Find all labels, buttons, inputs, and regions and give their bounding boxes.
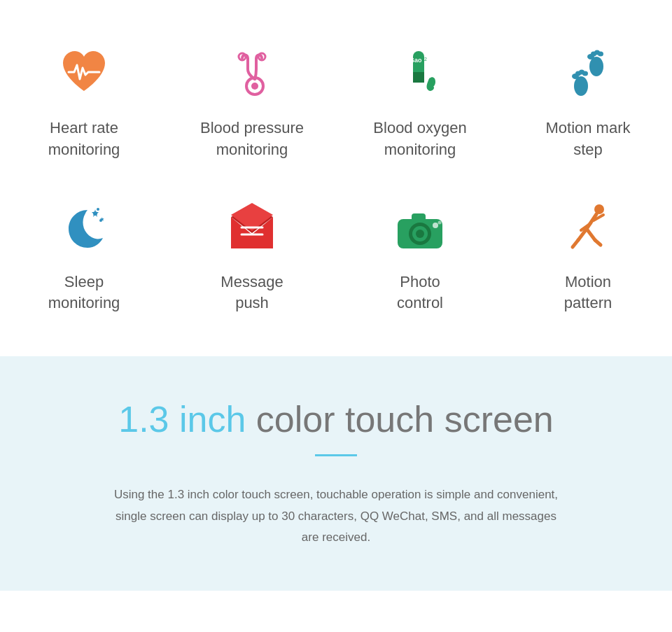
feature-photo: Photocontrol: [336, 182, 504, 336]
heart-rate-label: Heart ratemonitoring: [48, 118, 120, 161]
motion-pattern-icon: [556, 196, 620, 259]
message-label: Messagepush: [220, 272, 283, 315]
blood-oxygen-icon: Sao 2: [388, 42, 451, 105]
svg-rect-6: [413, 79, 424, 83]
motion-pattern-label: Motionpattern: [564, 272, 612, 315]
blood-pressure-icon: [220, 42, 284, 105]
blood-oxygen-label: Blood oxygenmonitoring: [373, 118, 466, 161]
svg-point-9: [574, 76, 588, 96]
screen-description: Using the 1.3 inch color touch screen, t…: [84, 484, 588, 549]
svg-line-42: [587, 229, 595, 240]
sleep-icon: [52, 196, 115, 259]
screen-title-highlight: 1.3 inch: [118, 399, 246, 440]
screen-title-rest: color touch screen: [246, 399, 553, 440]
blood-pressure-label: Blood pressuremonitoring: [200, 118, 304, 161]
divider: [315, 454, 357, 456]
svg-text:Sao: Sao: [410, 57, 422, 64]
photo-label: Photocontrol: [397, 272, 443, 315]
svg-point-18: [598, 52, 603, 57]
feature-motion-pattern: Motionpattern: [504, 182, 672, 336]
svg-point-35: [438, 220, 442, 224]
feature-blood-pressure: Blood pressuremonitoring: [168, 28, 336, 182]
bottom-section: 1.3 inch color touch screen Using the 1.…: [0, 356, 672, 591]
motion-step-label: Motion markstep: [545, 118, 630, 161]
svg-point-13: [582, 71, 588, 76]
svg-point-3: [251, 83, 258, 90]
sleep-label: Sleepmonitoring: [48, 272, 120, 315]
motion-step-icon: [556, 42, 620, 105]
photo-icon: [388, 196, 451, 259]
svg-line-41: [573, 240, 578, 247]
features-grid: Heart ratemonitoring: [0, 28, 672, 335]
feature-blood-oxygen: Sao 2 Blood oxygenmonitoring: [336, 28, 504, 182]
svg-text:2: 2: [424, 57, 427, 62]
feature-message: Messagepush: [168, 182, 336, 336]
message-icon: [220, 196, 284, 259]
svg-point-21: [97, 208, 99, 211]
feature-sleep: Sleepmonitoring: [0, 182, 168, 336]
svg-rect-33: [412, 213, 426, 222]
svg-point-34: [433, 223, 438, 228]
feature-heart-rate: Heart ratemonitoring: [0, 28, 168, 182]
feature-motion-step: Motion markstep: [504, 28, 672, 182]
svg-point-32: [416, 230, 424, 238]
svg-line-43: [595, 240, 601, 245]
svg-point-14: [589, 57, 603, 76]
screen-title: 1.3 inch color touch screen: [28, 398, 644, 440]
heart-rate-icon: [52, 42, 115, 105]
top-section: Heart ratemonitoring: [0, 0, 672, 356]
